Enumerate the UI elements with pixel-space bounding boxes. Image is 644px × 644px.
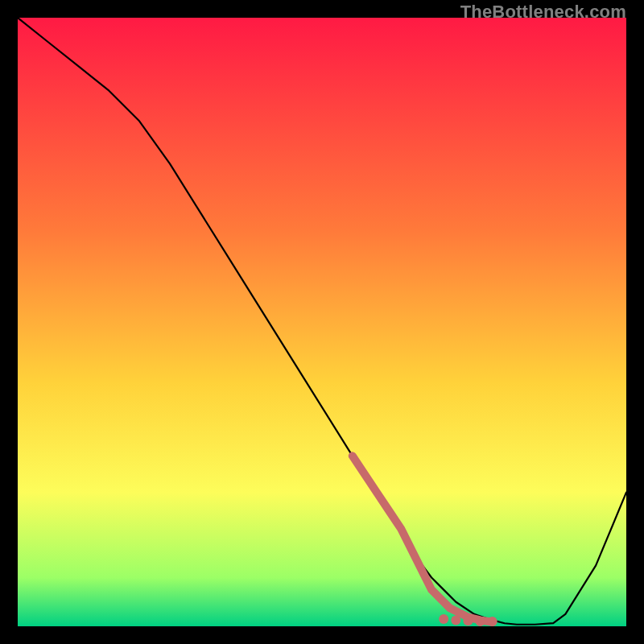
optimal-dot bbox=[451, 615, 460, 625]
optimal-dot bbox=[488, 617, 497, 626]
optimal-dot bbox=[463, 616, 473, 625]
optimal-dot bbox=[439, 614, 448, 624]
chart-svg bbox=[18, 18, 626, 626]
optimal-dot bbox=[476, 617, 485, 626]
plot-area bbox=[18, 18, 626, 626]
gradient-background bbox=[18, 18, 626, 626]
chart-frame: TheBottleneck.com bbox=[0, 0, 644, 644]
